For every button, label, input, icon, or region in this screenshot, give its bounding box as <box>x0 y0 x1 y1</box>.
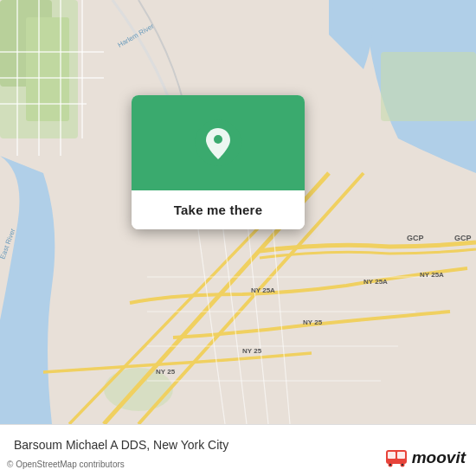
svg-text:NY 25: NY 25 <box>242 347 262 355</box>
svg-text:NY 25A: NY 25A <box>251 286 275 294</box>
svg-rect-4 <box>381 52 476 121</box>
svg-rect-3 <box>26 17 69 121</box>
map-container: GCP GCP NY 25A NY 25A NY 25A NY 25 NY 25… <box>0 0 476 424</box>
svg-rect-37 <box>388 452 396 459</box>
svg-text:NY 25: NY 25 <box>303 318 323 326</box>
bottom-bar: © OpenStreetMap contributors Barsoum Mic… <box>0 424 476 476</box>
svg-point-35 <box>214 135 222 144</box>
svg-text:NY 25A: NY 25A <box>420 271 444 279</box>
svg-point-41 <box>389 464 391 466</box>
svg-rect-38 <box>397 452 405 459</box>
svg-text:NY 25A: NY 25A <box>363 278 388 286</box>
svg-text:NY 25: NY 25 <box>156 368 176 376</box>
moovit-wordmark: moovit <box>412 448 466 467</box>
attribution: © OpenStreetMap contributors <box>7 460 125 469</box>
place-name: Barsoum Michael A DDS, New York City <box>14 438 228 452</box>
popup-card: Take me there <box>132 95 305 229</box>
moovit-bus-icon <box>384 448 408 467</box>
popup-green-area <box>132 95 305 190</box>
svg-text:GCP: GCP <box>454 234 472 242</box>
take-me-there-button[interactable]: Take me there <box>132 190 305 229</box>
svg-text:GCP: GCP <box>407 234 424 242</box>
location-pin-icon <box>195 119 241 166</box>
moovit-logo: moovit <box>384 448 466 467</box>
svg-point-42 <box>402 464 403 466</box>
